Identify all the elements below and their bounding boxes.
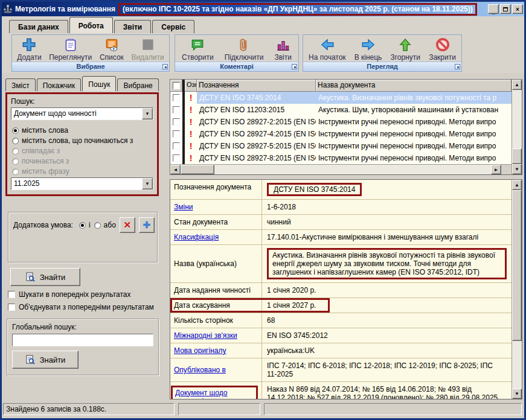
table-row[interactable]: ! ДСТУ EN ISO 28927-2:2015 (EN ISO 289 І… [170, 116, 512, 128]
tab-robota[interactable]: Робота [69, 17, 113, 33]
scrollbar-thumb[interactable] [512, 190, 522, 341]
column-header-name[interactable]: Назва документа [316, 80, 512, 92]
title-annotation-box: (включно ІПС 10-2025 та згідно наказів «… [118, 3, 477, 16]
add-button[interactable]: Додати [14, 36, 43, 62]
merge-previous-checkbox[interactable]: Об'єднувати з попередніми результатам [8, 303, 164, 311]
radio-icon [12, 158, 19, 165]
red-x-icon: ✕ [124, 220, 132, 231]
tab-zvity[interactable]: Звіти [114, 20, 151, 33]
row-checkbox[interactable] [173, 118, 180, 126]
window-title: Метрологія та вимірювання [15, 5, 115, 13]
table-row[interactable]: ! ДСТУ EN ISO 3745:2014 Акустика. Визнач… [170, 92, 512, 104]
create-comment-button[interactable]: Створити [179, 36, 216, 62]
search-previous-checkbox[interactable]: Шукати в попередніх результатах [8, 290, 164, 299]
dialog-launcher-icon[interactable] [162, 64, 168, 69]
tab-bazy-danykh[interactable]: Бази даних [9, 20, 68, 33]
radio-icon [12, 148, 19, 154]
select-all-checkbox[interactable] [170, 80, 182, 92]
attach-comment-button[interactable]: Підключити [222, 36, 266, 62]
view-button[interactable]: Переглянути [47, 36, 94, 62]
add-condition-button[interactable]: ✚ [139, 217, 155, 233]
detail-row-effective-date: Дата надання чинності 1 січня 2020 р. [170, 283, 512, 298]
dialog-launcher-icon[interactable] [292, 64, 297, 69]
tab-zmist[interactable]: Зміст [5, 78, 36, 91]
list-button[interactable]: Список [97, 36, 126, 62]
detail-row-state: Стан документа чинний [170, 215, 512, 230]
search-field-combobox[interactable]: Документ щодо чинності ▼ [11, 107, 153, 120]
row-checkbox[interactable] [173, 154, 180, 162]
bar-chart-icon [275, 37, 291, 52]
global-search-label: Глобальний пошук: [12, 323, 153, 331]
scrollbar-thumb[interactable] [181, 165, 214, 174]
radio-icon [12, 168, 19, 175]
row-checkbox[interactable] [173, 106, 180, 113]
horizontal-splitter[interactable] [168, 175, 523, 179]
close-view-button[interactable]: Закрити [426, 36, 458, 62]
global-search-input[interactable] [12, 334, 153, 346]
table-row[interactable]: ! ДСТУ EN ISO 28927-4:2015 (EN ISO 289 І… [170, 128, 512, 140]
column-header-mark[interactable]: Озн [185, 80, 197, 92]
tab-servis[interactable]: Сервіс [152, 20, 194, 33]
maximize-button[interactable] [500, 4, 511, 14]
column-header-code[interactable]: Позначення [197, 80, 316, 92]
changes-link[interactable]: Зміни [174, 203, 193, 211]
search-term-combobox[interactable]: 11.2025 ▼ [11, 177, 153, 190]
radio-icon [12, 138, 19, 144]
scroll-up-icon[interactable]: ▲ [512, 80, 522, 90]
table-row[interactable]: ! ДСТУ EN ISO 11203:2015 Акустика. Шум, … [170, 104, 512, 116]
scroll-up-icon[interactable]: ▲ [512, 180, 522, 190]
vertical-splitter[interactable] [164, 75, 168, 401]
delete-button: Видалити [129, 36, 166, 62]
published-in-link[interactable]: Опубліковано в [174, 366, 226, 374]
delete-icon [140, 37, 156, 52]
row-checkbox[interactable] [173, 130, 180, 138]
chevron-down-icon[interactable]: ▼ [142, 178, 153, 189]
option-starts-with-words[interactable]: містить слова, що починаються з [12, 136, 153, 145]
tab-vybrane[interactable]: Вибране [117, 78, 158, 91]
tab-poshuk[interactable]: Пошук [82, 76, 116, 91]
chevron-down-icon[interactable]: ▼ [142, 108, 153, 119]
go-end-button[interactable]: В кінець [352, 36, 385, 62]
collapse-button[interactable]: Згорнути [388, 36, 423, 62]
condition-and-radio[interactable]: і [79, 221, 91, 229]
table-row[interactable]: ! ДСТУ EN ISO 28927-5:2015 (EN ISO 289 І… [170, 140, 512, 152]
row-checkbox[interactable] [173, 142, 180, 150]
condition-or-radio[interactable]: або [94, 221, 116, 229]
row-checkbox[interactable] [173, 94, 180, 101]
status-cell-2 [178, 403, 260, 415]
checkbox-icon [8, 291, 15, 298]
maximize-icon [503, 7, 508, 11]
scroll-down-icon[interactable]: ▼ [512, 164, 522, 174]
detail-row-changes: Зміни 1-6-2018 [170, 200, 512, 215]
scrollbar-thumb[interactable] [512, 148, 522, 164]
go-start-button[interactable]: На початок [306, 36, 348, 62]
scroll-right-icon[interactable]: ► [491, 165, 501, 174]
option-contains-words[interactable]: містить слова [12, 126, 153, 135]
remove-condition-button[interactable]: ✕ [120, 217, 135, 233]
scroll-left-icon[interactable]: ◄ [170, 165, 181, 174]
arrow-left-icon [319, 37, 335, 52]
classification-link[interactable]: Класифікація [174, 233, 219, 241]
search-doc-icon [25, 355, 35, 364]
horizontal-scrollbar[interactable]: ◄ ► [170, 164, 512, 174]
option-contains-phrase: містить фразу [12, 167, 153, 176]
minimize-button[interactable]: _ [488, 4, 499, 14]
language-link[interactable]: Мова оригіналу [174, 346, 226, 355]
arrow-up-icon [397, 37, 413, 52]
details-vertical-scrollbar[interactable]: ▲ ▼ [512, 180, 522, 399]
table-row[interactable]: ! ДСТУ EN ISO 28927-8:2015 (EN ISO 289 І… [170, 152, 512, 164]
tab-pokazhchyk[interactable]: Покажчик [37, 78, 82, 91]
ribbon-tab-strip: Бази даних Робота Звіти Сервіс [2, 16, 524, 33]
detail-row-validity-doc: Документ щодо чинності Наказ N 869 від 2… [170, 382, 512, 399]
details-pane: Позначення документа ДСТУ EN ISO 3745:20… [170, 179, 522, 399]
dialog-launcher-icon[interactable] [455, 64, 460, 69]
detail-row-published-in: Опубліковано в ІПС 7-2014; ІПС 6-2018; І… [170, 358, 512, 382]
find-button[interactable]: Знайти [10, 268, 80, 286]
comment-reports-button[interactable]: Звіти [272, 36, 294, 62]
global-find-button[interactable]: Знайти [12, 351, 79, 369]
close-button[interactable]: × [512, 4, 523, 14]
intl-links-link[interactable]: Міжнародні зв'язки [174, 331, 237, 340]
scroll-down-icon[interactable]: ▼ [512, 389, 522, 399]
grid-vertical-scrollbar[interactable]: ▲ ▼ [512, 80, 522, 174]
validity-doc-link[interactable]: Документ щодо чинності [175, 389, 227, 399]
